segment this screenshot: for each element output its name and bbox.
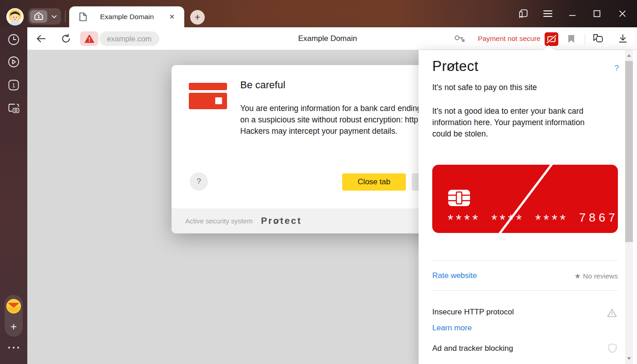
reload-icon <box>61 34 71 44</box>
card-body <box>189 93 227 109</box>
titlebar: 1 Example Domain ✕ + <box>0 0 637 27</box>
reviews-status: ★ No reviews <box>574 272 618 280</box>
sidebar-more-button[interactable] <box>0 347 27 349</box>
scroll-up-arrow[interactable] <box>625 52 633 59</box>
star-icon: ★ <box>574 272 581 280</box>
new-tab-button[interactable]: + <box>190 10 205 25</box>
tab-close-button[interactable]: ✕ <box>167 12 177 22</box>
protect-logo: Protect <box>261 216 302 226</box>
minimize-icon <box>569 10 576 17</box>
site-safety-badge[interactable] <box>80 31 98 46</box>
slashed-o: o <box>447 58 455 75</box>
scroll-down-arrow[interactable] <box>625 355 633 362</box>
tab-group-shape-icon: 1 <box>33 11 44 22</box>
http-warning-icon <box>607 308 617 318</box>
tab-group-selector[interactable]: 1 <box>28 8 61 25</box>
screenshot-camera-icon <box>7 102 20 114</box>
key-icon <box>454 34 465 43</box>
tabs-count-icon: 1 <box>8 79 20 91</box>
address-bar[interactable]: example.com <box>99 31 159 46</box>
page-title: Example Domain <box>298 27 357 50</box>
warning-triangle-icon <box>85 35 94 43</box>
bookmark-icon <box>568 35 575 43</box>
svg-text:1: 1 <box>12 82 15 89</box>
close-icon <box>619 10 626 17</box>
sidebar-apps-panel: + <box>5 295 23 337</box>
panel-help-link[interactable]: ? <box>615 64 619 73</box>
window-maximize-button[interactable] <box>588 5 606 23</box>
password-manager-button[interactable] <box>450 30 469 48</box>
panel-divider <box>432 260 618 261</box>
slash-overlay <box>492 155 559 243</box>
card-last-digits: 7867 <box>579 211 618 225</box>
sidebar-history-button[interactable] <box>0 30 27 49</box>
card-slash-icon <box>546 34 556 44</box>
back-arrow-icon <box>36 34 46 43</box>
ad-blocking-label: Ad and tracker blocking <box>432 344 513 353</box>
yandex-mail-icon <box>6 298 21 314</box>
payment-blocked-button[interactable] <box>545 32 558 46</box>
sidebar-screenshot-button[interactable] <box>0 99 27 117</box>
footer-label: Active security system <box>185 217 253 225</box>
panel-headline: It's not safe to pay on this site <box>432 83 537 92</box>
card-stripe <box>189 83 227 90</box>
masked-group: **** <box>536 212 568 228</box>
sidebar-media-button[interactable] <box>0 53 27 71</box>
window-close-button[interactable] <box>613 5 632 23</box>
page-icon <box>79 12 87 21</box>
panel-description: It's not a good idea to enter your bank … <box>432 106 604 140</box>
bookmark-panel-icon <box>518 9 528 19</box>
menu-icon <box>543 10 552 17</box>
chevron-down-icon[interactable] <box>51 15 57 19</box>
masked-group: **** <box>448 212 480 228</box>
download-icon <box>618 34 627 43</box>
profile-avatar[interactable] <box>6 8 24 25</box>
reviews-label: No reviews <box>583 272 618 280</box>
add-shortcut-button[interactable]: + <box>5 318 23 335</box>
dialog-title: Be careful <box>240 79 285 91</box>
collections-icon <box>592 34 604 44</box>
dot <box>13 347 15 349</box>
side-panel-toggle-button[interactable] <box>514 5 532 23</box>
card-chip-notch <box>215 97 222 104</box>
dot <box>17 347 19 349</box>
url-text: example.com <box>107 35 152 43</box>
panel-scrollbar[interactable] <box>625 50 633 364</box>
scrollbar-thumb[interactable] <box>625 61 633 242</box>
window-minimize-button[interactable] <box>563 5 581 23</box>
media-play-icon <box>8 56 20 68</box>
reload-button[interactable] <box>57 30 75 48</box>
protect-panel-title: Protect <box>432 58 479 75</box>
rate-website-link[interactable]: Rate website <box>432 271 477 280</box>
collections-button[interactable] <box>589 30 607 48</box>
browser-menu-button[interactable] <box>539 5 557 23</box>
maximize-icon <box>593 10 601 17</box>
sidebar-tabs-button[interactable]: 1 <box>0 76 27 94</box>
http-protocol-label: Insecure HTTP protocol <box>432 308 514 317</box>
bank-card-icon <box>189 83 227 109</box>
dialog-text-line: Hackers may intercept your payment detai… <box>240 126 397 136</box>
shield-icon <box>608 343 617 353</box>
payment-warning-text: Payment not secure <box>478 27 541 50</box>
titlebar-separator <box>65 10 66 22</box>
slashed-o: o <box>273 216 280 226</box>
learn-more-link[interactable]: Learn more <box>432 324 472 333</box>
downloads-button[interactable] <box>614 30 632 48</box>
dialog-help-button[interactable]: ? <box>190 172 208 191</box>
sidebar: 1 + <box>0 27 27 364</box>
close-tab-button[interactable]: Close tab <box>342 173 406 191</box>
bookmark-page-button[interactable] <box>562 30 580 48</box>
blocked-card-graphic: **** **** **** 7867 <box>432 165 618 233</box>
protect-panel: Protect ? It's not safe to pay on this s… <box>419 50 637 364</box>
avatar-girl-icon <box>6 8 24 25</box>
svg-text:1: 1 <box>37 14 40 19</box>
yandex-mail-shortcut[interactable] <box>5 298 23 314</box>
dot <box>8 347 10 349</box>
history-clock-icon <box>8 34 20 46</box>
card-number: **** **** **** 7867 <box>448 208 607 227</box>
panel-caret <box>543 45 555 50</box>
browser-tab[interactable]: Example Domain ✕ <box>69 6 184 27</box>
back-button[interactable] <box>32 30 50 48</box>
card-chip-icon <box>448 189 470 207</box>
tab-title: Example Domain <box>87 13 167 21</box>
